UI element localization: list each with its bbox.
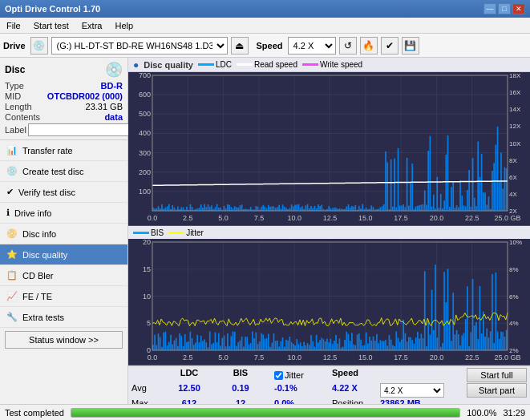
verify-test-disc-icon: ✔ — [6, 187, 14, 197]
legend-write-speed: Write speed — [302, 60, 362, 69]
title-bar: Opti Drive Control 1.70 — □ ✕ — [0, 0, 530, 18]
transfer-rate-icon: 📊 — [6, 145, 18, 155]
progress-bar — [71, 408, 460, 418]
nav-cd-bler-label: CD Bler — [22, 271, 54, 281]
legend-jitter-label: Jitter — [186, 228, 204, 237]
ldc-header: LDC — [160, 368, 218, 382]
disc-quality-icon: ⭐ — [6, 249, 18, 260]
legend-read-speed-label: Read speed — [254, 60, 297, 69]
window-controls[interactable]: — □ ✕ — [483, 3, 525, 14]
speed-stat-header: Speed — [332, 368, 380, 382]
status-bar: Test completed 100.0% 31:29 — [0, 404, 530, 420]
verify-button[interactable]: ✔ — [381, 37, 399, 55]
legend-ldc: LDC — [198, 60, 232, 69]
menu-bar: File Start test Extra Help — [0, 18, 530, 34]
nav-transfer-rate[interactable]: 📊 Transfer rate — [0, 140, 127, 161]
length-val: 23.31 GB — [86, 102, 123, 111]
speed-select[interactable]: 4.2 X — [288, 37, 336, 55]
speed-dropdown[interactable]: 4.2 X — [380, 383, 444, 398]
eject-button[interactable]: ⏏ — [231, 37, 249, 55]
nav-disc-info[interactable]: 📀 Disc info — [0, 224, 127, 244]
nav-extra-tests[interactable]: 🔧 Extra tests — [0, 307, 127, 328]
cd-bler-icon: 📋 — [6, 270, 18, 281]
disc-image-icon: 💿 — [105, 61, 123, 79]
status-text: Test completed — [5, 408, 64, 418]
drive-select[interactable]: (G:) HL-DT-ST BD-RE WH16NS48 1.D3 — [51, 37, 228, 55]
speed-value: 4.22 X — [332, 383, 358, 393]
minimize-button[interactable]: — — [483, 3, 496, 14]
legend-bis-label: BIS — [151, 228, 164, 237]
status-window-button[interactable]: Status window >> — [5, 331, 123, 349]
nav-drive-info[interactable]: ℹ Drive info — [0, 203, 127, 224]
legend-write-speed-label: Write speed — [320, 60, 362, 69]
menu-file[interactable]: File — [3, 20, 24, 31]
avg-jitter: -0.1% — [274, 383, 332, 398]
nav-create-test-disc[interactable]: 💿 Create test disc — [0, 161, 127, 182]
disc-panel: Disc 💿 Type BD-R MID OTCBDR002 (000) Len… — [0, 58, 127, 140]
bottom-chart-canvas — [128, 239, 530, 365]
top-chart — [128, 72, 530, 226]
progress-percent: 100.0% — [467, 408, 496, 418]
speed-dropdown-wrap: 4.2 X — [380, 383, 467, 398]
menu-help[interactable]: Help — [111, 20, 136, 31]
avg-row: Avg 12.50 0.19 -0.1% 4.22 X 4.2 X Start … — [131, 383, 527, 398]
top-chart-canvas — [128, 72, 530, 225]
type-val: BD-R — [101, 81, 123, 91]
start-part-button[interactable]: Start part — [467, 383, 527, 398]
content-area: ● Disc quality LDC Read speed Write spee… — [128, 58, 530, 420]
refresh-button[interactable]: ↺ — [339, 37, 357, 55]
nav-extra-tests-label: Extra tests — [22, 313, 64, 322]
start-full-button[interactable]: Start full — [467, 368, 527, 382]
menu-extra[interactable]: Extra — [79, 20, 106, 31]
nav-disc-info-label: Disc info — [22, 229, 56, 239]
speed-val: 4.22 X — [332, 383, 380, 398]
save-button[interactable]: 💾 — [402, 37, 419, 55]
chart-header: ● Disc quality LDC Read speed Write spee… — [128, 58, 530, 72]
close-button[interactable]: ✕ — [512, 3, 525, 14]
extra-tests-icon: 🔧 — [6, 312, 18, 322]
speed-label: Speed — [257, 41, 283, 50]
chart-title: Disc quality — [144, 60, 193, 70]
nav-fe-te-label: FE / TE — [22, 292, 52, 301]
label-key: Label — [5, 125, 26, 135]
progress-bar-fill — [71, 409, 459, 417]
contents-key: Contents — [5, 112, 40, 122]
jitter-checkbox[interactable] — [274, 371, 283, 380]
nav-cd-bler[interactable]: 📋 CD Bler — [0, 265, 127, 286]
contents-val: data — [104, 112, 123, 122]
charts-container: BIS Jitter — [128, 72, 530, 365]
create-test-disc-icon: 💿 — [6, 166, 18, 176]
legend-jitter: Jitter — [168, 228, 204, 237]
avg-ldc: 12.50 — [160, 383, 218, 398]
disc-info-icon: 📀 — [6, 228, 18, 239]
status-time: 31:29 — [503, 408, 525, 418]
sidebar: Disc 💿 Type BD-R MID OTCBDR002 (000) Len… — [0, 58, 128, 420]
nav-disc-quality[interactable]: ⭐ Disc quality — [0, 244, 127, 265]
jitter-checkbox-area: Jitter — [274, 368, 332, 382]
legend-bis: BIS — [133, 228, 164, 237]
legend-read-speed: Read speed — [237, 60, 297, 69]
bottom-chart — [128, 239, 530, 365]
app-title: Opti Drive Control 1.70 — [5, 4, 100, 14]
nav-transfer-rate-label: Transfer rate — [22, 146, 73, 155]
length-key: Length — [5, 102, 32, 111]
drive-info-icon: ℹ — [6, 208, 10, 218]
nav-verify-test-disc[interactable]: ✔ Verify test disc — [0, 182, 127, 203]
menu-start-test[interactable]: Start test — [30, 20, 72, 31]
jitter-label: Jitter — [285, 370, 304, 380]
nav-verify-test-disc-label: Verify test disc — [18, 188, 75, 197]
legend-ldc-label: LDC — [216, 60, 232, 69]
maximize-button[interactable]: □ — [498, 3, 511, 14]
avg-label: Avg — [131, 383, 160, 398]
mid-key: MID — [5, 91, 21, 101]
drive-label: Drive — [3, 41, 26, 50]
label-input[interactable] — [28, 123, 135, 136]
stats-header-row: LDC BIS Jitter Speed Start full — [131, 368, 527, 382]
type-key: Type — [5, 81, 24, 91]
drive-icon: 💿 — [30, 37, 48, 55]
main-layout: Disc 💿 Type BD-R MID OTCBDR002 (000) Len… — [0, 58, 530, 420]
burn-button[interactable]: 🔥 — [360, 37, 378, 55]
nav-fe-te[interactable]: 📈 FE / TE — [0, 286, 127, 307]
fe-te-icon: 📈 — [6, 291, 18, 301]
mid-val: OTCBDR002 (000) — [47, 91, 123, 101]
